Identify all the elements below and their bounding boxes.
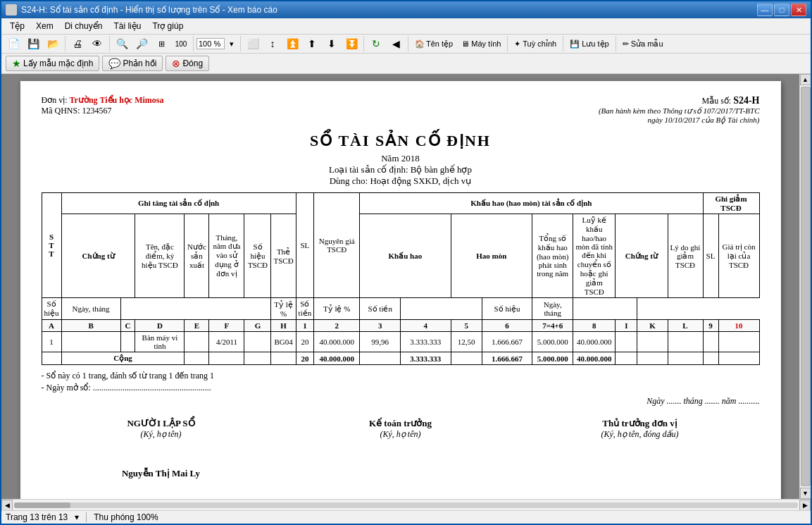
separator5 xyxy=(363,36,364,51)
zoom-input[interactable] xyxy=(196,38,225,49)
scroll-right-btn[interactable]: ▶ xyxy=(799,500,811,511)
table-row: 1 Bàn máy vi tính 4/2011 BG04 20 40.000.… xyxy=(42,332,759,352)
cell-sohieu2 xyxy=(616,332,637,352)
cell-the: BG04 xyxy=(271,332,296,352)
actual-size-btn[interactable]: 100 xyxy=(172,36,190,51)
idx-l: L xyxy=(668,320,703,332)
default-template-btn[interactable]: ★ Lấy mẫu mặc định xyxy=(6,56,99,71)
idx-k: K xyxy=(637,320,668,332)
cell-lydo xyxy=(668,332,703,352)
separator4 xyxy=(240,36,241,51)
edit-template-btn[interactable]: ✏ Sửa mẫu xyxy=(619,37,667,51)
new-button[interactable]: 📄 xyxy=(4,36,23,51)
cell-ten: Bàn máy vi tính xyxy=(135,332,185,352)
main-toolbar: 📄 💾 📂 🖨 👁 🔍 🔎 ⊞ 100 ▾ ⬜ ↕ ⏫ ⬆ ⬇ ⏬ ↻ ◀ 🏠 … xyxy=(1,35,811,54)
h-tongso: Tổng số khấu hao (hao mòn) phát sinh tro… xyxy=(532,214,573,298)
menu-file[interactable]: Tệp xyxy=(4,20,30,32)
scrollbar-x[interactable]: ◀ ▶ xyxy=(1,499,811,510)
menu-help[interactable]: Trợ giúp xyxy=(146,20,189,32)
cong-ngay2 xyxy=(637,352,668,365)
first-page-btn[interactable]: ⏫ xyxy=(283,36,301,51)
scroll-thumb-y[interactable] xyxy=(801,87,811,486)
cell-sl2 xyxy=(703,332,718,352)
title-bar: S24-H: Sổ tài sản cố định - Hiển thị số … xyxy=(1,1,811,18)
scroll-down-btn[interactable]: ▼ xyxy=(800,488,811,499)
save-button[interactable]: 💾 xyxy=(24,36,42,51)
zoom-out-btn[interactable]: 🔍 xyxy=(113,36,131,51)
close-label: Đóng xyxy=(182,58,203,68)
menu-view[interactable]: Xem xyxy=(30,20,59,32)
separator9 xyxy=(616,36,616,51)
menu-document[interactable]: Tài liệu xyxy=(108,20,146,32)
zoom-in-btn[interactable]: 🔎 xyxy=(132,36,151,51)
scroll-left-btn[interactable]: ◀ xyxy=(1,500,13,511)
idx-a: A xyxy=(42,320,61,332)
ban-hanh-line2: ngày 10/10/2017 của Bộ Tài chính) xyxy=(599,116,760,125)
separator1 xyxy=(65,36,65,51)
h-spacer xyxy=(120,298,271,320)
scrollbar-y[interactable]: ▲ ▼ xyxy=(799,74,811,499)
page-width-btn[interactable]: ↕ xyxy=(263,36,282,51)
idx-h: H xyxy=(271,320,296,332)
save-file-btn[interactable]: 💾 Lưu tệp xyxy=(566,37,613,51)
computer-btn[interactable]: 🖥 Máy tính xyxy=(458,37,504,50)
unit-line2: Mã QHNS: 1234567 xyxy=(42,106,164,116)
h-ten: Tên, đặc điểm, ký hiệu TSCĐ xyxy=(135,214,185,298)
main-area: Đơn vị: Trường Tiểu học Mimosa Mã QHNS: … xyxy=(1,74,811,499)
refresh-btn[interactable]: ↻ xyxy=(367,36,385,51)
idx-3: 3 xyxy=(360,320,401,332)
cell-tyle1: 99,96 xyxy=(360,332,401,352)
fit-btn[interactable]: ⊞ xyxy=(152,36,170,51)
page-fit-btn[interactable]: ⬜ xyxy=(244,36,262,51)
separator6 xyxy=(408,36,408,51)
back-btn[interactable]: ◀ xyxy=(387,36,405,51)
unit-info: Đơn vị: Trường Tiểu học Mimosa Mã QHNS: … xyxy=(42,95,164,125)
window-controls: — □ ✕ xyxy=(757,4,806,16)
close-button[interactable]: ✕ xyxy=(791,4,806,16)
cell-sotien1: 3.333.333 xyxy=(401,332,451,352)
header-row-2: Chứng từ Tên, đặc điểm, ký hiệu TSCĐ Nướ… xyxy=(42,214,759,298)
cell-nuoc xyxy=(185,332,209,352)
idx-10: 10 xyxy=(718,320,759,332)
idx-4: 4 xyxy=(401,320,451,332)
doc-header: Đơn vị: Trường Tiểu học Mimosa Mã QHNS: … xyxy=(42,95,760,125)
default-template-label: Lấy mẫu mặc định xyxy=(23,58,93,68)
cell-luyke: 40.000.000 xyxy=(573,332,616,352)
maximize-button[interactable]: □ xyxy=(774,4,789,16)
cong-lydo xyxy=(668,352,703,365)
title-section: SỔ TÀI SẢN CỐ ĐỊNH Năm 2018 Loại tài sản… xyxy=(42,132,760,187)
mau-so-block: Mẫu số: S24-H (Ban hành kèm theo Thông t… xyxy=(599,95,760,125)
feedback-btn[interactable]: 💬 Phản hồi xyxy=(102,56,163,71)
h-stt: STT xyxy=(42,193,61,298)
minimize-button[interactable]: — xyxy=(757,4,773,16)
filename-btn[interactable]: 🏠 Tên tệp xyxy=(411,37,456,51)
open-button[interactable]: 📂 xyxy=(44,36,62,51)
customize-btn[interactable]: ✦ Tuỳ chỉnh xyxy=(511,37,560,51)
separator2 xyxy=(109,36,110,51)
last-page-btn[interactable]: ⏬ xyxy=(342,36,361,51)
zoom-dropdown[interactable]: ▾ xyxy=(226,37,237,51)
page-info: Trang 13 trên 13 xyxy=(6,512,68,522)
h-ghi-giam: Ghi giảm TSCĐ xyxy=(703,193,759,214)
print-button[interactable]: 🖨 xyxy=(68,36,87,51)
dung-label: Dùng cho: Hoạt động SXKD, dịch vụ xyxy=(42,175,760,187)
menu-navigate[interactable]: Di chuyển xyxy=(59,20,108,32)
h-chungtu: Chứng từ xyxy=(61,214,135,298)
page-dropdown-icon[interactable]: ▾ xyxy=(75,512,79,522)
sig-block-1: NGƯỜI LẬP SỔ (Ký, họ tên) Nguyễn Thị Mai… xyxy=(42,418,281,479)
zoom-info: Thu phóng 100% xyxy=(94,512,158,522)
prev-page-btn[interactable]: ⬆ xyxy=(303,36,321,51)
separator3 xyxy=(193,36,194,51)
mau-so-value: S24-H xyxy=(733,95,759,106)
h-ngay2: Ngày, tháng xyxy=(532,298,573,320)
scroll-thumb-x[interactable] xyxy=(14,502,70,508)
cell-nguyen: 40.000.000 xyxy=(314,332,360,352)
don-vi-label: Đơn vị: xyxy=(42,95,68,105)
preview-button[interactable]: 👁 xyxy=(88,36,106,51)
signature-row: NGƯỜI LẬP SỔ (Ký, họ tên) Nguyễn Thị Mai… xyxy=(42,418,760,479)
close-report-btn[interactable]: ⊗ Đóng xyxy=(165,56,209,71)
document-page: Đơn vị: Trường Tiểu học Mimosa Mã QHNS: … xyxy=(20,81,781,499)
next-page-btn[interactable]: ⬇ xyxy=(323,36,341,51)
cong-label: Cộng xyxy=(61,352,185,365)
scroll-up-btn[interactable]: ▲ xyxy=(800,74,811,85)
